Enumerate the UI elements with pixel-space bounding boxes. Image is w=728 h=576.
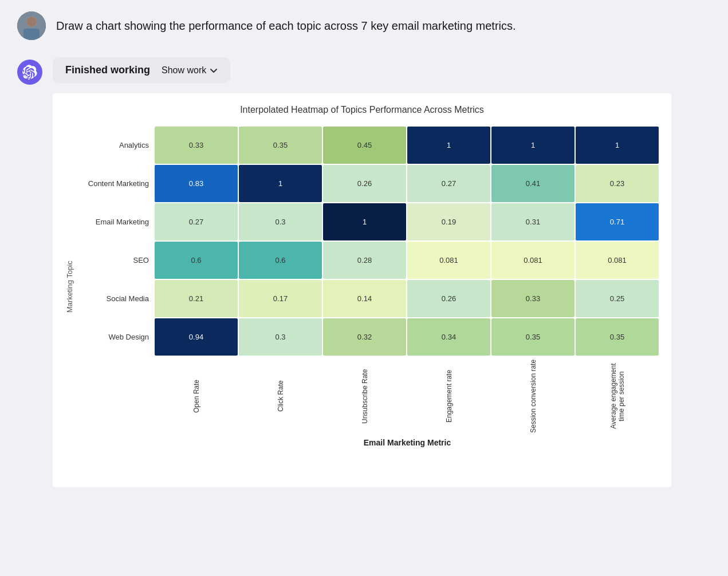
cell-analytics-session-conversion: 1	[491, 127, 574, 164]
cell-content-session-conversion: 0.41	[491, 165, 574, 202]
heatmap-cells-seo: 0.6 0.6 0.28 0.081 0.081 0.081	[155, 242, 659, 279]
heatmap-row-content-marketing: Content Marketing 0.83 1 0.26 0.27 0.41 …	[74, 165, 660, 202]
cell-email-avg-engagement: 0.71	[576, 203, 659, 240]
heatmap-row-analytics: Analytics 0.33 0.35 0.45 1 1 1	[74, 127, 660, 164]
x-label-avg-engagement: Average engagement time per session	[576, 359, 659, 433]
cell-seo-avg-engagement: 0.081	[576, 242, 659, 279]
heatmap-cells-social-media: 0.21 0.17 0.14 0.26 0.33 0.25	[155, 280, 659, 317]
y-axis-label: Marketing Topic	[64, 127, 74, 447]
cell-analytics-open-rate: 0.33	[155, 127, 238, 164]
cell-seo-open-rate: 0.6	[155, 242, 238, 279]
cell-webdesign-engagement-rate: 0.34	[407, 318, 490, 356]
svg-point-3	[26, 17, 37, 27]
heatmap-row-web-design: Web Design 0.94 0.3 0.32 0.34 0.35 0.35	[74, 318, 660, 356]
row-label-email-marketing: Email Marketing	[74, 218, 155, 226]
x-axis-title: Email Marketing Metric	[155, 438, 660, 447]
x-label-session-conversion: Session conversion rate	[491, 359, 574, 433]
cell-content-avg-engagement: 0.23	[576, 165, 659, 202]
cell-social-engagement-rate: 0.26	[407, 280, 490, 317]
row-label-social-media: Social Media	[74, 294, 155, 303]
cell-webdesign-click-rate: 0.3	[239, 318, 322, 356]
cell-content-engagement-rate: 0.27	[407, 165, 490, 202]
openai-icon	[22, 65, 37, 80]
row-label-web-design: Web Design	[74, 333, 155, 341]
page-wrapper: Draw a chart showing the performance of …	[0, 0, 728, 576]
cell-webdesign-session-conversion: 0.35	[491, 318, 574, 356]
cell-analytics-avg-engagement: 1	[576, 127, 659, 164]
cell-email-session-conversion: 0.31	[491, 203, 574, 240]
cell-seo-engagement-rate: 0.081	[407, 242, 490, 279]
heatmap-cells-analytics: 0.33 0.35 0.45 1 1 1	[155, 127, 659, 164]
row-label-content-marketing: Content Marketing	[74, 179, 155, 188]
ai-avatar	[17, 60, 42, 85]
cell-email-open-rate: 0.27	[155, 203, 238, 240]
cell-email-unsubscribe-rate: 1	[323, 203, 406, 240]
cell-content-open-rate: 0.83	[155, 165, 238, 202]
row-label-analytics: Analytics	[74, 141, 155, 149]
heatmap-row-seo: SEO 0.6 0.6 0.28 0.081 0.081 0.081	[74, 242, 660, 279]
user-avatar	[17, 11, 46, 40]
ai-content: Finished working Show work Interpolated …	[53, 57, 711, 487]
x-label-engagement-rate: Engagement rate	[407, 359, 490, 433]
x-axis-labels: Open Rate Click Rate Unsubscribe Rate En…	[155, 359, 660, 433]
user-message-row: Draw a chart showing the performance of …	[0, 0, 728, 52]
x-label-open-rate: Open Rate	[155, 359, 238, 433]
heatmap-wrapper: Marketing Topic Analytics 0.33 0.35 0.45…	[64, 127, 660, 447]
cell-content-click-rate: 1	[239, 165, 322, 202]
svg-rect-4	[23, 29, 40, 40]
user-avatar-image	[17, 11, 46, 40]
cell-social-session-conversion: 0.33	[491, 280, 574, 317]
cell-seo-unsubscribe-rate: 0.28	[323, 242, 406, 279]
cell-social-avg-engagement: 0.25	[576, 280, 659, 317]
heatmap-cells-content-marketing: 0.83 1 0.26 0.27 0.41 0.23	[155, 165, 659, 202]
heatmap-cells-email-marketing: 0.27 0.3 1 0.19 0.31 0.71	[155, 203, 659, 240]
heatmap-row-email-marketing: Email Marketing 0.27 0.3 1 0.19 0.31 0.7…	[74, 203, 660, 240]
cell-seo-session-conversion: 0.081	[491, 242, 574, 279]
row-label-seo: SEO	[74, 256, 155, 265]
chevron-down-icon	[210, 66, 218, 74]
cell-social-open-rate: 0.21	[155, 280, 238, 317]
heatmap-inner: Analytics 0.33 0.35 0.45 1 1 1	[74, 127, 660, 447]
finished-working-text: Finished working	[65, 64, 150, 76]
cell-content-unsubscribe-rate: 0.26	[323, 165, 406, 202]
cell-analytics-click-rate: 0.35	[239, 127, 322, 164]
cell-webdesign-open-rate: 0.94	[155, 318, 238, 356]
ai-message-row: Finished working Show work Interpolated …	[0, 52, 728, 493]
cell-email-click-rate: 0.3	[239, 203, 322, 240]
cell-webdesign-unsubscribe-rate: 0.32	[323, 318, 406, 356]
cell-analytics-unsubscribe-rate: 0.45	[323, 127, 406, 164]
heatmap-cells-web-design: 0.94 0.3 0.32 0.34 0.35 0.35	[155, 318, 659, 356]
cell-analytics-engagement-rate: 1	[407, 127, 490, 164]
x-label-unsubscribe-rate: Unsubscribe Rate	[323, 359, 406, 433]
cell-email-engagement-rate: 0.19	[407, 203, 490, 240]
show-work-button[interactable]: Show work	[162, 65, 218, 76]
x-label-click-rate: Click Rate	[239, 359, 322, 433]
finished-working-bar: Finished working Show work	[53, 57, 230, 83]
cell-webdesign-avg-engagement: 0.35	[576, 318, 659, 356]
heatmap-chart: Interpolated Heatmap of Topics Performan…	[53, 93, 671, 487]
chart-title: Interpolated Heatmap of Topics Performan…	[64, 105, 660, 115]
cell-seo-click-rate: 0.6	[239, 242, 322, 279]
user-message-text: Draw a chart showing the performance of …	[56, 18, 516, 34]
cell-social-unsubscribe-rate: 0.14	[323, 280, 406, 317]
heatmap-row-social-media: Social Media 0.21 0.17 0.14 0.26 0.33 0.…	[74, 280, 660, 317]
cell-social-click-rate: 0.17	[239, 280, 322, 317]
